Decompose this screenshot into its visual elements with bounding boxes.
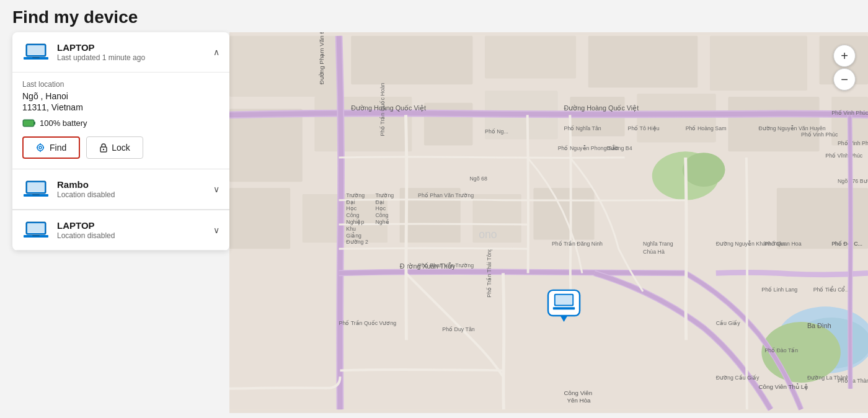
svg-text:Đường Cầu Giấy: Đường Cầu Giấy	[716, 375, 760, 381]
page-header: Find my device	[0, 0, 868, 32]
device-item-laptop-second[interactable]: LAPTOP Location disabled ∨	[12, 210, 229, 251]
laptop-icon	[22, 41, 50, 63]
svg-text:Phố Hoàng Sam: Phố Hoàng Sam	[686, 125, 727, 131]
zoom-in-button[interactable]: +	[833, 45, 856, 67]
svg-text:Phố Trần Quốc Hoàn: Phố Trần Quốc Hoàn	[379, 83, 386, 136]
lock-icon	[99, 143, 108, 153]
zoom-controls: + −	[833, 45, 856, 91]
svg-point-8	[39, 146, 42, 149]
device-expanded-0: Last location Ngõ , Hanoi 11311, Vietnam…	[12, 73, 229, 169]
action-buttons: Find Lock	[22, 136, 219, 159]
svg-point-14	[103, 149, 104, 150]
device-item-left: LAPTOP Last updated 1 minute ago	[22, 41, 145, 63]
svg-text:Đường Nguyễn Văn Huyên: Đường Nguyễn Văn Huyên	[758, 125, 825, 131]
device-item-left-rambo: Rambo Location disabled	[22, 178, 115, 200]
battery-row: 100% battery	[22, 118, 219, 128]
svg-text:Phố Quan Hoa: Phố Quan Hoa	[764, 241, 801, 247]
svg-text:Phố Đội C...: Phố Đội C...	[831, 241, 862, 247]
svg-rect-22	[32, 235, 40, 236]
svg-rect-115	[553, 307, 575, 309]
svg-rect-45	[777, 188, 868, 249]
lock-button[interactable]: Lock	[86, 136, 143, 159]
device-panel: LAPTOP Last updated 1 minute ago ∧ Last …	[12, 32, 229, 251]
device-updated-1: Location disabled	[57, 190, 115, 199]
device-item-laptop-main[interactable]: LAPTOP Last updated 1 minute ago ∧	[12, 32, 229, 73]
map-container: Đường Hoàng Quốc Việt Đường Hoàng Quốc V…	[229, 32, 868, 413]
svg-text:Phố Tiểu Cổ...: Phố Tiểu Cổ...	[813, 286, 850, 293]
find-icon	[36, 143, 46, 153]
svg-text:Chùa Hà: Chùa Hà	[643, 249, 665, 255]
svg-text:Giảng: Giảng	[346, 232, 361, 239]
svg-text:Phố Vĩnh Phúc: Phố Vĩnh Phúc	[825, 153, 862, 159]
svg-text:Phố Phan Văn Trường: Phố Phan Văn Trường	[418, 262, 474, 269]
device-name-0: LAPTOP	[57, 42, 145, 53]
find-button[interactable]: Find	[22, 136, 80, 159]
device-name-2: LAPTOP	[57, 220, 115, 231]
main-content: LAPTOP Last updated 1 minute ago ∧ Last …	[0, 32, 868, 413]
address-line1: Ngõ , Hanoi	[22, 91, 219, 101]
device-updated-2: Location disabled	[57, 231, 115, 240]
chevron-up-icon: ∧	[213, 47, 219, 57]
device-item-header-laptop2: LAPTOP Location disabled ∨	[22, 219, 219, 241]
last-location-label: Last location	[22, 80, 219, 89]
svg-text:Phố Tô Hiệu: Phố Tô Hiệu	[628, 125, 660, 131]
svg-text:Phố Phan Văn Trường: Phố Phan Văn Trường	[418, 192, 474, 198]
svg-text:Đường La Thành: Đường La Thành	[807, 375, 849, 381]
device-updated-0: Last updated 1 minute ago	[57, 53, 145, 62]
battery-icon	[22, 119, 36, 127]
svg-text:Đường B4: Đường B4	[606, 145, 632, 151]
svg-text:Phố Trần Thái Tông: Phố Trần Thái Tông	[486, 248, 492, 298]
svg-text:Phố Trần Quốc Vương: Phố Trần Quốc Vương	[339, 320, 397, 326]
svg-text:Đường Hoàng Quốc Việt: Đường Hoàng Quốc Việt	[351, 104, 426, 112]
zoom-out-button[interactable]: −	[833, 68, 856, 91]
laptop-icon-rambo	[22, 178, 50, 200]
svg-rect-16	[27, 182, 45, 192]
svg-text:Phố Vinh Phúc: Phố Vinh Phúc	[801, 131, 838, 138]
svg-point-7	[37, 145, 43, 151]
svg-rect-1	[27, 45, 45, 55]
svg-text:Phố Linh Lang: Phố Linh Lang	[761, 287, 797, 293]
svg-text:Công Viên: Công Viên	[564, 389, 593, 396]
svg-text:Đường Phạm Văn Đồng: Đường Phạm Văn Đồng	[318, 32, 325, 84]
svg-text:Học: Học	[346, 205, 356, 211]
device-info-rambo: Rambo Location disabled	[57, 179, 115, 199]
svg-rect-40	[229, 188, 290, 249]
svg-text:Yên Hòa: Yên Hòa	[567, 397, 591, 404]
device-item-left-laptop2: LAPTOP Location disabled	[22, 219, 115, 241]
svg-rect-3	[32, 57, 40, 58]
svg-text:Phố Đào Tấn: Phố Đào Tấn	[764, 347, 798, 354]
svg-rect-6	[34, 122, 35, 125]
svg-rect-18	[32, 194, 40, 195]
svg-rect-36	[728, 97, 819, 151]
svg-text:Ba Đình: Ba Đình	[807, 322, 831, 329]
device-info: LAPTOP Last updated 1 minute ago	[57, 42, 145, 62]
svg-rect-32	[424, 103, 472, 146]
svg-text:Khu: Khu	[346, 226, 356, 232]
svg-rect-5	[24, 120, 33, 126]
svg-text:Công: Công	[375, 212, 388, 218]
device-item-rambo[interactable]: Rambo Location disabled ∨	[12, 169, 229, 210]
map-background: Đường Hoàng Quốc Việt Đường Hoàng Quốc V…	[229, 32, 868, 413]
svg-text:Cầu Giấy: Cầu Giấy	[716, 320, 741, 326]
svg-rect-26	[485, 36, 576, 79]
svg-text:Ngõ 68: Ngõ 68	[469, 176, 487, 182]
device-info-laptop2: LAPTOP Location disabled	[57, 220, 115, 240]
svg-text:Nghĩa Trang: Nghĩa Trang	[643, 241, 673, 247]
svg-text:Phố Vinh Phúc: Phố Vinh Phúc	[838, 140, 868, 146]
svg-rect-114	[556, 295, 572, 305]
svg-rect-27	[588, 36, 698, 87]
svg-text:Đường Hoàng Quốc Việt: Đường Hoàng Quốc Việt	[564, 104, 639, 112]
chevron-down-icon-rambo: ∨	[213, 184, 219, 194]
svg-rect-25	[351, 36, 472, 84]
svg-text:Trường: Trường	[346, 192, 365, 198]
svg-text:Đại: Đại	[346, 199, 355, 205]
svg-text:Công: Công	[346, 212, 359, 218]
page-title: Find my device	[12, 7, 856, 27]
device-item-header: LAPTOP Last updated 1 minute ago ∧	[22, 41, 219, 63]
svg-text:Trường: Trường	[375, 192, 394, 198]
svg-text:Phố Trần Đăng Ninh: Phố Trần Đăng Ninh	[552, 241, 603, 247]
svg-rect-35	[637, 94, 716, 142]
svg-text:Phố Duy Tân: Phố Duy Tân	[442, 326, 474, 332]
svg-text:Đại: Đại	[375, 199, 384, 205]
device-name-1: Rambo	[57, 179, 115, 190]
